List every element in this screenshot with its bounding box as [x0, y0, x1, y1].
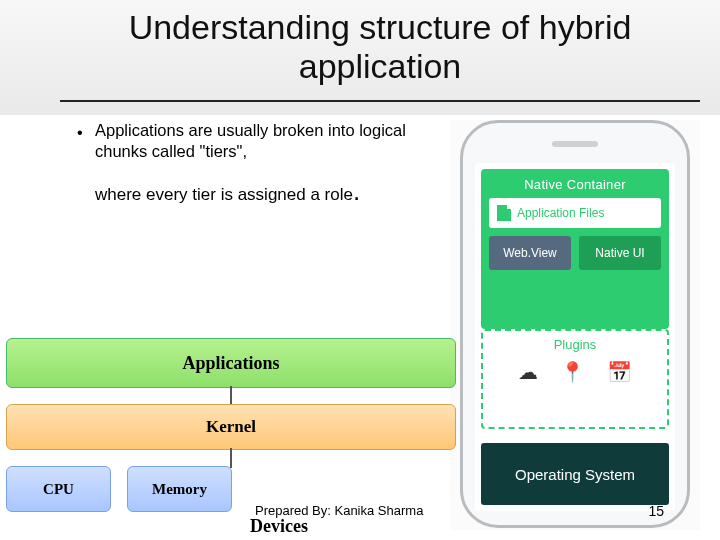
- webview-nativeui-row: Web.View Native UI: [489, 236, 661, 270]
- memory-box: Memory: [127, 466, 232, 512]
- map-pin-icon: 📍: [560, 360, 585, 384]
- plugins-label: Plugins: [483, 337, 667, 352]
- connector-line: [230, 448, 232, 468]
- plugins-icon-row: ☁ 📍 📅: [483, 360, 667, 384]
- plugins-box: Plugins ☁ 📍 📅: [481, 329, 669, 429]
- prepared-by-footer: Prepared By: Kanika Sharma: [255, 503, 423, 518]
- phone-speaker-icon: [552, 141, 598, 147]
- bullet-line-2: where every tier is assigned a role.: [95, 175, 415, 208]
- slide-number: 15: [648, 503, 664, 519]
- bullet-text: • Applications are usually broken into l…: [95, 120, 415, 208]
- application-files-label: Application Files: [517, 206, 604, 220]
- webview-box: Web.View: [489, 236, 571, 270]
- phone-screen: Native Container Application Files Web.V…: [475, 163, 675, 511]
- bullet-line-2-text: where every tier is assigned a role: [95, 185, 353, 204]
- document-icon: [497, 205, 511, 221]
- calendar-icon: 📅: [607, 360, 632, 384]
- bullet-line-1: Applications are usually broken into log…: [95, 120, 415, 161]
- applications-layer-box: Applications: [6, 338, 456, 388]
- cloud-icon: ☁: [518, 360, 538, 384]
- bullet-dot-icon: •: [77, 122, 83, 143]
- phone-diagram: Native Container Application Files Web.V…: [450, 120, 700, 530]
- bullet-line-2-period: .: [353, 176, 360, 206]
- kernel-layer-box: Kernel: [6, 404, 456, 450]
- application-files-box: Application Files: [489, 198, 661, 228]
- native-container-label: Native Container: [489, 177, 661, 192]
- native-ui-box: Native UI: [579, 236, 661, 270]
- native-container-box: Native Container Application Files Web.V…: [481, 169, 669, 329]
- cpu-box: CPU: [6, 466, 111, 512]
- devices-label: Devices: [250, 516, 308, 537]
- title-underline: [60, 100, 700, 102]
- connector-line: [230, 386, 232, 406]
- slide-title: Understanding structure of hybrid applic…: [60, 8, 700, 86]
- operating-system-box: Operating System: [481, 443, 669, 505]
- phone-frame: Native Container Application Files Web.V…: [460, 120, 690, 528]
